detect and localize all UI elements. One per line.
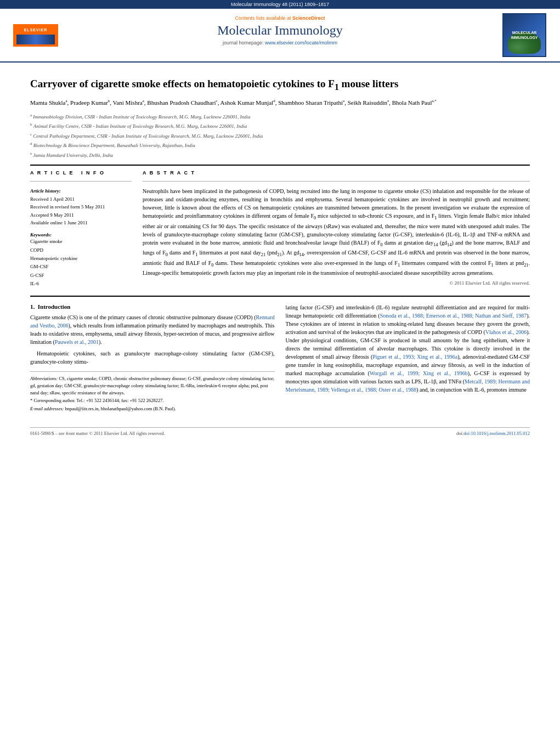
ref-piguet[interactable]: Piguet et al., 1993; Xing et al., 1996a [372, 354, 457, 360]
body-section: 1. Introduction Cigarette smoke (CS) is … [30, 303, 530, 414]
intro-text: Cigarette smoke (CS) is one of the prima… [30, 313, 275, 366]
history-label: Article history: [30, 187, 132, 195]
abstract-text: Neutrophils have been implicated in the … [143, 187, 530, 277]
page: Molecular Immunology 48 (2011) 1809–1817… [0, 0, 560, 741]
affiliations-block: a Immunobiology Division, CSIR - Indian … [30, 112, 530, 160]
journal-header: ELSEVIER Contents lists available at Sci… [0, 9, 560, 63]
ref-pauwels[interactable]: Pauwels et al., 2001 [55, 339, 99, 345]
divider-thick [30, 165, 530, 166]
footnote-email: E-mail addresses: bnpaul@iitr.res.in, bh… [30, 405, 275, 412]
journal-logo-area: MOLECULAR IMMUNOLOGY [500, 13, 549, 57]
sciencedirect-line: Contents lists available at ScienceDirec… [66, 15, 494, 21]
elsevier-wordmark: ELSEVIER [13, 24, 58, 47]
ref-vlahos[interactable]: Vlahos et al., 2006 [485, 329, 527, 335]
journal-citation-bar: Molecular Immunology 48 (2011) 1809–1817 [0, 0, 560, 9]
kw-copd: COPD [30, 246, 132, 254]
journal-homepage-line: journal homepage: www.elsevier.com/locat… [66, 40, 494, 46]
authors-line: Mamta Shuklaa, Pradeep Kumarb, Vani Mish… [30, 98, 530, 108]
doi-link[interactable]: doi:10.1016/j.molimm.2011.05.012 [463, 431, 530, 436]
divider-body-top [30, 296, 530, 297]
article-info-column: A R T I C L E I N F O Article history: R… [30, 170, 132, 288]
kw-cigarette-smoke: Cigarette smoke [30, 237, 132, 246]
article-history-block: Article history: Received 1 April 2011 R… [30, 187, 132, 227]
keywords-block: Keywords: Cigarette smoke COPD Hematopoi… [30, 232, 132, 288]
journal-citation: Molecular Immunology 48 (2011) 1809–1817 [231, 2, 329, 7]
article-info-abstract: A R T I C L E I N F O Article history: R… [30, 170, 530, 288]
right-col-text: lating factor (G-CSF) and interleukin-6 … [286, 303, 530, 394]
divider-abstract [143, 181, 530, 182]
affiliation-a: a Immunobiology Division, CSIR - Indian … [30, 112, 530, 121]
kw-il6: IL-6 [30, 280, 132, 288]
elsevier-logo-area: ELSEVIER [11, 13, 60, 57]
journal-title-area: Contents lists available at ScienceDirec… [60, 13, 500, 57]
ref-metcalf[interactable]: Metcalf, 1989; Herrmann and Mertelsmann,… [286, 378, 530, 393]
received1: Received 1 April 2011 [30, 195, 132, 203]
available-online: Available online 1 June 2011 [30, 219, 132, 227]
body-right-col: lating factor (G-CSF) and interleukin-6 … [286, 303, 530, 414]
page-footer: 0161-5890/$ – see front matter © 2011 El… [30, 427, 530, 436]
affiliation-b: b Animal Facility Centre, CSIR - Indian … [30, 122, 530, 131]
copyright-line: © 2011 Elsevier Ltd. All rights reserved… [143, 280, 530, 286]
elsevier-stripe [16, 35, 55, 44]
kw-gmcsf: GM-CSF [30, 263, 132, 271]
footnotes-block: Abbreviations: CS, cigarette smoke; COPD… [30, 371, 275, 412]
article-info-header: A R T I C L E I N F O [30, 170, 132, 176]
main-content: Carryover of cigarette smoke effects on … [0, 63, 560, 422]
elsevier-text: ELSEVIER [16, 26, 55, 33]
kw-gcsf: G-CSF [30, 271, 132, 280]
homepage-url[interactable]: www.elsevier.com/locate/molimm [265, 40, 337, 46]
ref-worgall[interactable]: Worgall et al., 1999; Xing et al., 1996b [370, 370, 468, 376]
article-title: Carryover of cigarette smoke effects on … [30, 77, 530, 93]
affiliation-c: c Central Pathology Department, CSIR - I… [30, 132, 530, 140]
keywords-list: Cigarette smoke COPD Hematopoietic cytok… [30, 237, 132, 288]
body-left-col: 1. Introduction Cigarette smoke (CS) is … [30, 303, 275, 414]
footer-issn: 0161-5890/$ – see front matter © 2011 El… [30, 431, 165, 436]
journal-name: Molecular Immunology [66, 23, 494, 38]
keywords-label: Keywords: [30, 232, 132, 237]
journal-badge: MOLECULAR IMMUNOLOGY [502, 13, 546, 57]
received-revised: Received in revised form 5 May 2011 [30, 203, 132, 211]
abstract-column: A B S T R A C T Neutrophils have been im… [143, 170, 530, 288]
abstract-header: A B S T R A C T [143, 170, 530, 176]
affiliation-d: d Biotechnology & Bioscience Department,… [30, 141, 530, 150]
affiliation-e: e Jamia Hamdard University, Delhi, India [30, 151, 530, 160]
ref-sonoda[interactable]: Sonoda et al., 1988; Emerson et al., 198… [380, 313, 527, 319]
ref-rennard[interactable]: Rennard and Vestbo, 2006 [30, 314, 275, 329]
badge-text: MOLECULAR IMMUNOLOGY [511, 30, 538, 40]
footnote-abbreviations: Abbreviations: CS, cigarette smoke; COPD… [30, 375, 275, 396]
intro-section-title: 1. Introduction [30, 303, 275, 310]
accepted: Accepted 9 May 2011 [30, 211, 132, 219]
kw-hematopoietic: Hematopoietic cytokine [30, 254, 132, 263]
footnote-corresponding: * Corresponding author. Tel.: +91 522 24… [30, 397, 275, 404]
sciencedirect-label[interactable]: ScienceDirect [292, 15, 325, 21]
divider-info [30, 181, 132, 182]
footer-doi: doi:doi:10.1016/j.molimm.2011.05.012 [456, 431, 530, 436]
